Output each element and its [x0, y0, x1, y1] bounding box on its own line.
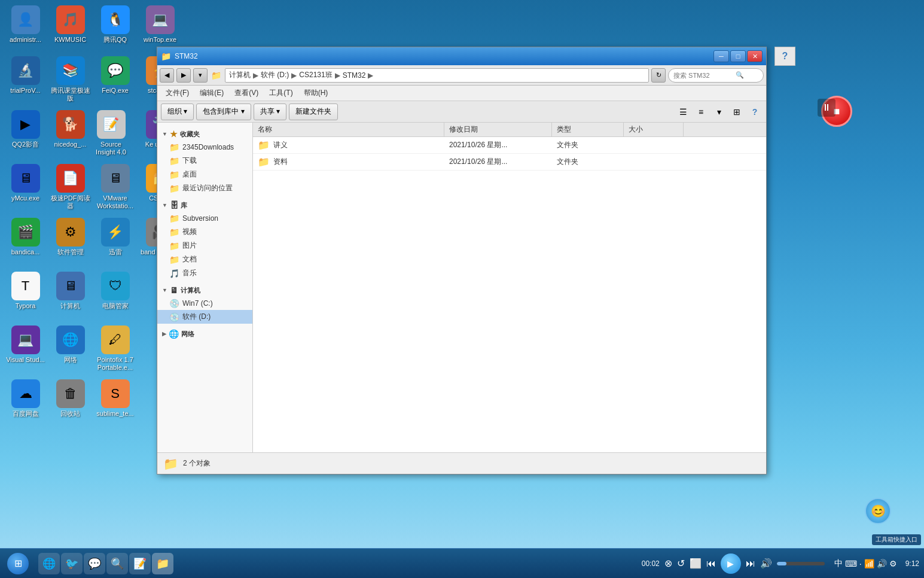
breadcrumb-drive[interactable]: 软件 (D:)	[261, 70, 289, 80]
new-folder-button[interactable]: 新建文件夹	[289, 104, 338, 120]
desktop-icon-sourceinsight[interactable]: 📝 Source Insight 4.0	[89, 108, 133, 159]
refresh-button[interactable]: ↻	[651, 68, 666, 83]
sidebar-item-downloads[interactable]: 📁 下载	[157, 154, 252, 168]
breadcrumb-class[interactable]: CS2131班	[299, 70, 332, 80]
network-sys-icon[interactable]: 📶	[864, 559, 874, 568]
view-change-button[interactable]: ▾	[711, 104, 727, 120]
search-input[interactable]	[673, 72, 733, 79]
sidebar-item-pictures[interactable]: 📁 图片	[157, 239, 252, 253]
maximize-button[interactable]: □	[730, 50, 746, 62]
desktop-icon-baidu[interactable]: ☁ 百度网盘	[3, 377, 48, 420]
sidebar-item-recent[interactable]: 📁 最近访问的位置	[157, 181, 252, 195]
col-header-date[interactable]: 修改日期	[444, 123, 552, 136]
file-row-ziliao[interactable]: 📁 资料 2021/10/26 星期... 文件夹	[253, 154, 766, 171]
desktop-icon-bandicam[interactable]: 🎬 bandica...	[3, 215, 48, 258]
share-button[interactable]: 共享 ▾	[254, 104, 286, 120]
sidebar-computer-header[interactable]: ▼ 🖥 计算机	[157, 284, 252, 297]
view-pane-button[interactable]: ⊞	[729, 104, 745, 120]
dropdown-button[interactable]: ▾	[193, 68, 208, 83]
help-icon[interactable]: ?	[782, 51, 788, 62]
desktop-icon-computer[interactable]: 🖥 计算机	[48, 269, 93, 312]
help-view-button[interactable]: ?	[747, 104, 763, 120]
sidebar-item-video[interactable]: 📁 视频	[157, 225, 252, 239]
media-square-btn[interactable]: ⬜	[690, 558, 702, 569]
view-details-button[interactable]: ≡	[693, 104, 709, 120]
breadcrumb-computer[interactable]: 计算机	[229, 70, 251, 80]
sidebar-item-drive-d[interactable]: 💿 软件 (D:)	[157, 310, 252, 324]
breadcrumb-current[interactable]: STM32	[343, 71, 366, 80]
desktop-icon-xunlei[interactable]: ⚡ 迅雷	[93, 215, 138, 258]
desktop-icon-kwmusic[interactable]: 🎵 KWMUSIC	[48, 3, 93, 46]
start-button[interactable]: ⊞	[0, 552, 36, 576]
sidebar-item-subversion[interactable]: 📁 Subversion	[157, 212, 252, 225]
media-volume-btn[interactable]: 🔊	[760, 558, 772, 569]
desktop-icon-visualstud[interactable]: 💻 Visual Stud...	[3, 323, 48, 366]
desktop-icon-diannaomgr[interactable]: 🛡 电脑管家	[93, 269, 138, 312]
media-next-btn[interactable]: ⏭	[746, 558, 755, 569]
chat-icon[interactable]: 😊	[865, 498, 891, 524]
sidebar-item-win7c[interactable]: 💿 Win7 (C:)	[157, 297, 252, 310]
menu-help[interactable]: 帮助(H)	[299, 87, 333, 99]
desktop-icon-trialprove[interactable]: 🔬 trialProV...	[3, 54, 48, 97]
breadcrumb-bar[interactable]: 计算机 ▶ 软件 (D:) ▶ CS2131班 ▶ STM32 ▶	[225, 68, 649, 83]
sound-sys-icon[interactable]: 🔊	[877, 559, 887, 568]
taskbar-folder[interactable]: 📁	[152, 553, 173, 574]
taskbar-chat[interactable]: 💬	[84, 553, 105, 574]
desktop-icon-sublime[interactable]: S sublime_te...	[93, 377, 138, 420]
desktop-icon-typora[interactable]: T Typora	[3, 269, 48, 312]
desktop-icon-network[interactable]: 🌐 网络	[48, 323, 93, 366]
settings-sys-icon[interactable]: ⚙	[889, 559, 897, 568]
menu-tools[interactable]: 工具(T)	[264, 87, 297, 99]
desktop-icon-tencent-lesson[interactable]: 📚 腾讯课堂极速版	[48, 54, 93, 105]
desktop-icon-recycle[interactable]: 🗑 回收站	[48, 377, 93, 420]
forward-button[interactable]: ▶	[176, 68, 191, 83]
taskbar-search[interactable]: 🔍	[106, 553, 128, 574]
organize-button[interactable]: 组织 ▾	[161, 104, 194, 120]
media-play-btn[interactable]: ▶	[721, 553, 741, 574]
sidebar-favorites-header[interactable]: ▼ ★ 收藏夹	[157, 127, 252, 141]
sidebar-item-2345downloads[interactable]: 📁 2345Downloads	[157, 141, 252, 154]
search-box[interactable]: 🔍	[668, 68, 764, 83]
taskbar-bird[interactable]: 🐦	[61, 553, 83, 574]
col-header-size[interactable]: 大小	[624, 123, 684, 136]
menu-view[interactable]: 查看(V)	[230, 87, 263, 99]
sidebar-item-music[interactable]: 🎵 音乐	[157, 266, 252, 280]
desktop-icon-nicedog[interactable]: 🐕 nicedog_...	[48, 108, 93, 151]
desktop-icon-vmware[interactable]: 🖥 VMware Workstatio...	[93, 162, 138, 212]
desktop-icon-administr[interactable]: 👤 administr...	[3, 3, 48, 46]
menu-edit[interactable]: 编辑(E)	[195, 87, 228, 99]
desktop-icon-wintop[interactable]: 💻 winTop.exe	[138, 3, 182, 46]
include-library-button[interactable]: 包含到库中 ▾	[196, 104, 251, 120]
desktop-icon-pdf[interactable]: 📄 极速PDF阅读器	[48, 162, 93, 212]
media-prev-btn[interactable]: ⏮	[706, 558, 716, 569]
minimize-button[interactable]: ─	[713, 50, 729, 62]
sidebar-network-header[interactable]: ▶ 🌐 网络	[157, 327, 252, 340]
sidebar-library-header[interactable]: ▼ 🗄 库	[157, 199, 252, 212]
desktop-icon-pointofix[interactable]: 🖊 Pointofix 1.7 Portable.e...	[93, 323, 138, 374]
view-list-button[interactable]: ☰	[675, 104, 691, 120]
desktop-icon-softmgr[interactable]: ⚙ 软件管理	[48, 215, 93, 258]
media-progress-bar[interactable]	[777, 562, 825, 565]
col-header-type[interactable]: 类型	[552, 123, 624, 136]
pause-button[interactable]: ⏸	[818, 99, 835, 117]
menu-file[interactable]: 文件(F)	[161, 87, 194, 99]
taskbar-chrome[interactable]: 🌐	[38, 553, 60, 574]
dot-icon[interactable]: ·	[859, 559, 862, 568]
taskbar-clock[interactable]: 9:12	[901, 559, 924, 568]
sidebar-item-desktop[interactable]: 📁 桌面	[157, 168, 252, 181]
media-stop-btn[interactable]: ⊗	[664, 558, 672, 569]
input-method-icon[interactable]: 中	[834, 558, 843, 569]
desktop-icon-feiq[interactable]: 💬 FeiQ.exe	[93, 54, 138, 97]
sidebar-item-docs[interactable]: 📁 文档	[157, 253, 252, 266]
desktop-icon-qq2ying[interactable]: ▶ QQ2影音	[3, 108, 48, 151]
back-button[interactable]: ◀	[160, 68, 174, 83]
media-refresh-btn[interactable]: ↺	[677, 558, 685, 569]
desktop-icon-ymcu[interactable]: 🖥 yMcu.exe	[3, 162, 48, 205]
bottom-right-tools[interactable]: 工具箱快捷入口	[872, 534, 921, 545]
desktop-icon-tencentqq[interactable]: 🐧 腾讯QQ	[93, 3, 138, 46]
col-header-name[interactable]: 名称	[253, 123, 444, 136]
close-button[interactable]: ✕	[747, 50, 763, 62]
taskbar-note[interactable]: 📝	[129, 553, 151, 574]
keyboard-icon[interactable]: ⌨	[845, 559, 857, 568]
file-row-jiangyi[interactable]: 📁 讲义 2021/10/26 星期... 文件夹	[253, 137, 766, 154]
